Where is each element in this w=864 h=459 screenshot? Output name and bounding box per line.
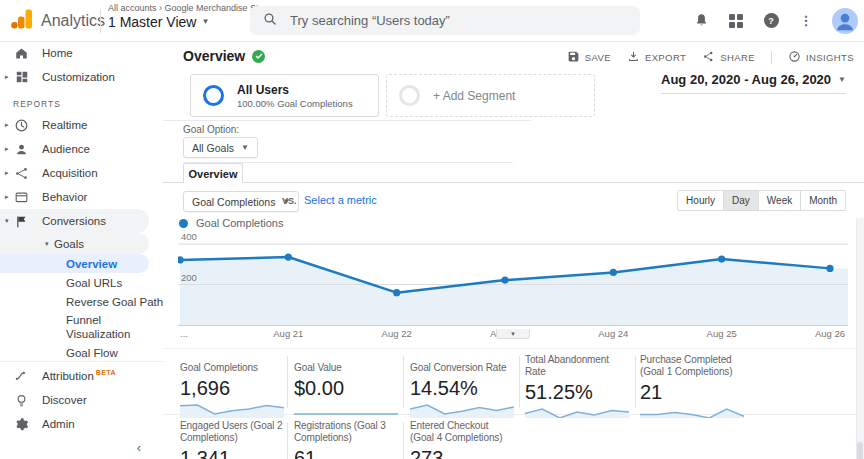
sidebar-item-label: Acquisition — [42, 167, 98, 179]
metric-card-label: Goal Conversion Rate — [410, 354, 514, 374]
sidebar-item-label: Goals — [54, 238, 84, 250]
metric-card-total-abandonment-rate[interactable]: Total Abandonment Rate51.25% — [525, 354, 629, 427]
sidebar-item-label: Realtime — [42, 119, 87, 131]
sidebar-item-realtime[interactable]: ▸Realtime — [0, 113, 163, 137]
insights-button[interactable]: INSIGHTS — [788, 50, 854, 65]
granularity-hourly[interactable]: Hourly — [677, 190, 724, 211]
chevron-right-icon[interactable]: ▸ — [5, 193, 14, 201]
sidebar-item-label: Goal URLs — [66, 277, 122, 289]
sidebar-item-conversions[interactable]: ▾Conversions — [0, 209, 149, 233]
view-selector[interactable]: 1 Master View ▼ — [108, 14, 266, 30]
scrollbar-track[interactable] — [856, 218, 864, 459]
metric-cards-row-2: Engaged Users (Goal 2 Completions)1,341R… — [163, 418, 864, 459]
metric-card-goal-completions[interactable]: Goal Completions1,696 — [180, 354, 284, 423]
segment-all-users[interactable]: All Users 100.00% Goal Completions — [190, 74, 379, 117]
granularity-month[interactable]: Month — [801, 190, 846, 211]
metric-card-engaged-users-goal-2-completions[interactable]: Engaged Users (Goal 2 Completions)1,341 — [180, 420, 284, 459]
metric-card-goal-conversion-rate[interactable]: Goal Conversion Rate14.54% — [410, 354, 514, 423]
sidebar-footer: AttributionBETADiscoverAdmin ‹ — [0, 361, 163, 459]
sidebar-item-customization[interactable]: ▸Customization — [0, 65, 163, 89]
page-title: Overview — [183, 48, 265, 64]
chevron-down-icon: ▼ — [838, 76, 846, 84]
chevron-right-icon[interactable]: ▸ — [5, 169, 14, 177]
card-divider — [403, 422, 404, 459]
metric-cards-row-1: Goal Completions1,696Goal Value$0.00Goal… — [163, 352, 864, 412]
sidebar-item-audience[interactable]: ▸Audience — [0, 137, 163, 161]
collapse-sidebar-icon[interactable]: ‹ — [137, 440, 141, 455]
sidebar-item-discover[interactable]: Discover — [0, 388, 163, 412]
sidebar-item-overview[interactable]: Overview — [0, 254, 149, 273]
audience-icon — [14, 142, 29, 157]
granularity-day[interactable]: Day — [724, 190, 759, 211]
header-divider — [100, 9, 101, 33]
x-axis-tick: Aug 22 — [382, 328, 412, 339]
chevron-right-icon[interactable]: ▸ — [5, 73, 14, 81]
search-bar[interactable] — [250, 6, 640, 35]
export-button[interactable]: EXPORT — [627, 50, 686, 65]
more-options-icon[interactable]: ⋮ — [797, 12, 815, 30]
share-button[interactable]: SHARE — [702, 50, 755, 65]
metric-card-purchase-completed-goal-1-completions[interactable]: Purchase Completed (Goal 1 Completions)2… — [640, 354, 744, 427]
avatar[interactable] — [832, 8, 858, 34]
export-icon — [627, 50, 640, 65]
sidebar-item-funnel-visualization[interactable]: Funnel Visualization — [0, 311, 163, 344]
sidebar-item-behavior[interactable]: ▸Behavior — [0, 185, 163, 209]
sidebar-item-goals[interactable]: ▾Goals — [0, 233, 149, 254]
notifications-bell-icon[interactable] — [692, 12, 710, 30]
customization-icon — [14, 70, 29, 85]
sidebar-item-label: Audience — [42, 143, 90, 155]
conversions-icon — [14, 214, 29, 229]
metric-card-label: Entered Checkout (Goal 4 Completions) — [410, 420, 514, 444]
sidebar-item-acquisition[interactable]: ▸Acquisition — [0, 161, 163, 185]
goal-option-dropdown[interactable]: All Goals ▼ — [183, 137, 258, 158]
sidebar-item-reverse-goal-path[interactable]: Reverse Goal Path — [0, 292, 163, 311]
analytics-logo[interactable]: Analytics — [10, 7, 105, 35]
metric-card-goal-value[interactable]: Goal Value$0.00 — [294, 354, 398, 423]
granularity-week[interactable]: Week — [759, 190, 801, 211]
sidebar-item-label: Customization — [42, 71, 115, 83]
save-button[interactable]: SAVE — [567, 50, 611, 65]
metric-card-label: Engaged Users (Goal 2 Completions) — [180, 420, 284, 444]
add-segment-button[interactable]: + Add Segment — [386, 74, 595, 117]
metric-card-value: $0.00 — [294, 377, 398, 400]
chevron-right-icon[interactable]: ▸ — [5, 145, 14, 153]
annotations-toggle[interactable]: ▼ — [496, 329, 530, 339]
segment-circle-icon — [203, 85, 224, 106]
search-input[interactable] — [288, 12, 628, 29]
x-axis-tick: ... — [180, 328, 188, 339]
vs-label: VS. — [282, 196, 297, 206]
sidebar-item-home[interactable]: Home — [0, 41, 163, 65]
sidebar-item-label: Conversions — [42, 215, 106, 227]
chevron-right-icon[interactable]: ▸ — [5, 121, 14, 129]
select-metric-link[interactable]: Select a metric — [304, 194, 377, 206]
app-header: Analytics All accounts › Google Merchand… — [0, 0, 864, 42]
metric-card-registrations-goal-3-completions[interactable]: Registrations (Goal 3 Completions)61 — [294, 420, 398, 459]
sidebar-item-attribution[interactable]: AttributionBETA — [0, 364, 163, 388]
sidebar-item-label: Behavior — [42, 191, 87, 203]
section-divider — [163, 120, 531, 121]
sidebar-item-goal-urls[interactable]: Goal URLs — [0, 273, 163, 292]
granularity-toggle: HourlyDayWeekMonth — [677, 190, 846, 211]
sidebar-item-goal-flow[interactable]: Goal Flow — [0, 344, 163, 363]
help-icon[interactable]: ? — [762, 12, 780, 30]
chevron-down-icon[interactable]: ▾ — [45, 240, 54, 248]
action-label: SHARE — [720, 52, 755, 63]
metric-card-entered-checkout-goal-4-completions[interactable]: Entered Checkout (Goal 4 Completions)273 — [410, 420, 514, 459]
search-icon — [262, 11, 278, 31]
y-axis-tick: 200 — [181, 272, 197, 283]
tab-overview[interactable]: Overview — [183, 163, 243, 183]
apps-grid-icon[interactable] — [727, 12, 745, 30]
date-range-selector[interactable]: Aug 20, 2020 - Aug 26, 2020 ▼ — [661, 72, 846, 94]
sidebar-item-label: Goal Flow — [66, 347, 118, 359]
save-icon — [567, 50, 580, 65]
timeseries-plot[interactable]: 200400 — [178, 234, 848, 326]
metric-card-value: 1,341 — [180, 447, 284, 459]
chevron-down-icon[interactable]: ▾ — [5, 217, 14, 225]
realtime-icon — [14, 118, 29, 133]
sidebar-item-admin[interactable]: Admin — [0, 412, 163, 436]
chevron-down-icon: ▼ — [241, 144, 249, 152]
x-axis-tick: Aug 26 — [815, 328, 845, 339]
breadcrumb[interactable]: All accounts › Google Merchandise St... — [108, 3, 266, 13]
beta-badge: BETA — [96, 369, 116, 376]
scrollbar-thumb[interactable] — [857, 442, 863, 459]
